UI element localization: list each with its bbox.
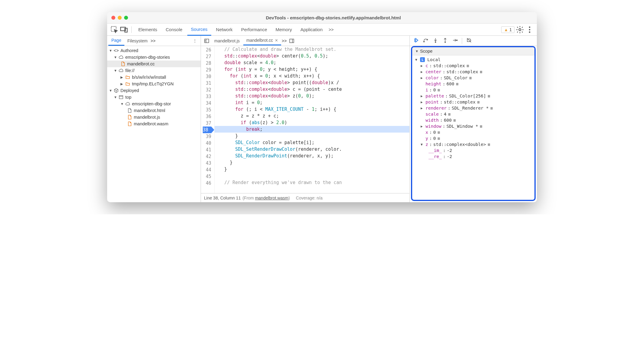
code-line[interactable]: if (abs(z) > 2.0) [215, 119, 409, 126]
code-line[interactable]: // Render everything we've drawn to the … [215, 179, 409, 186]
scope-var[interactable]: ▶c: std::complex▦ [412, 63, 534, 69]
code-line[interactable]: SDL_Color color = palette[i]; [215, 139, 409, 146]
line-number[interactable]: 27 [203, 53, 211, 60]
memory-icon[interactable]: ▦ [438, 88, 440, 92]
code-line[interactable]: std::complex<double> point((double)x / [215, 79, 409, 86]
tree-file[interactable]: mandelbrot.html [107, 107, 201, 114]
scope-var[interactable]: i: 0▦ [412, 87, 534, 93]
step-into-icon[interactable] [433, 38, 438, 44]
tab-elements[interactable]: Elements [135, 24, 161, 35]
tree-folder[interactable]: ▶tmp/tmp.ELcTq2YGN [107, 81, 201, 87]
scope-var[interactable]: ▶point: std::complex▦ [412, 99, 534, 105]
nav-kebab-icon[interactable]: ⋮ [190, 38, 199, 43]
scope-var[interactable]: scale: 4▦ [412, 111, 534, 117]
scope-var[interactable]: ▶window: SDL_Window *▦ [412, 123, 534, 129]
line-number[interactable]: 39 [203, 133, 211, 140]
code-line[interactable]: std::complex<double> z(0, 0); [215, 93, 409, 99]
line-gutter[interactable]: 2627282930313233343536373839404142434445… [201, 46, 215, 193]
step-out-icon[interactable] [442, 38, 448, 44]
memory-icon[interactable]: ▦ [469, 76, 472, 80]
tab-console[interactable]: Console [162, 24, 186, 35]
line-number[interactable]: 35 [203, 107, 211, 113]
code-line[interactable]: double scale = 4.0; [215, 59, 409, 66]
code-line[interactable] [215, 173, 409, 179]
line-number[interactable]: 37 [203, 120, 211, 127]
tree-file-scheme[interactable]: ▼file:// [107, 67, 201, 74]
scope-var[interactable]: ▶palette: SDL_Color[256]▦ [412, 93, 534, 99]
memory-icon[interactable]: ▦ [448, 112, 450, 116]
zoom-button[interactable] [124, 16, 128, 20]
tab-performance[interactable]: Performance [238, 24, 271, 35]
code-line[interactable]: SDL_RenderDrawPoint(renderer, x, y); [215, 153, 409, 159]
line-number[interactable]: 28 [203, 60, 211, 67]
nav-tab-filesystem[interactable]: Filesystem [124, 36, 151, 45]
line-number[interactable]: 38 [203, 127, 211, 133]
scope-var-z-im[interactable]: __im_: -2 [412, 147, 534, 153]
memory-icon[interactable]: ▦ [480, 70, 482, 74]
line-number[interactable]: 44 [203, 166, 211, 173]
device-icon[interactable] [120, 25, 128, 34]
line-number[interactable]: 33 [203, 93, 211, 100]
memory-icon[interactable]: ▦ [480, 124, 482, 128]
tab-application[interactable]: Application [297, 24, 326, 35]
inspect-icon[interactable] [110, 25, 119, 34]
tree-domain[interactable]: ▼emscripten-dbg-stories [107, 54, 201, 61]
tab-sources[interactable]: Sources [187, 24, 211, 36]
scope-var[interactable]: ▶color: SDL_Color▦ [412, 75, 534, 81]
code-line[interactable]: z = z * z + c; [215, 113, 409, 119]
line-number[interactable]: 46 [203, 180, 211, 186]
code-area[interactable]: // Calculate and draw the Mandelbrot set… [215, 46, 409, 193]
memory-icon[interactable]: ▦ [488, 94, 490, 98]
code-editor[interactable]: 2627282930313233343536373839404142434445… [201, 46, 409, 193]
warnings-badge[interactable]: ▲1 [501, 26, 514, 33]
line-number[interactable]: 32 [203, 87, 211, 93]
tab-network[interactable]: Network [212, 24, 236, 35]
nav-overflow[interactable]: >> [151, 38, 156, 43]
tab-memory[interactable]: Memory [272, 24, 296, 35]
scope-var-z[interactable]: ▼z: std::complex<double>▦ [412, 141, 534, 147]
line-number[interactable]: 31 [203, 80, 211, 87]
memory-icon[interactable]: ▦ [467, 64, 469, 68]
step-over-icon[interactable] [423, 38, 429, 44]
kebab-icon[interactable] [525, 25, 534, 34]
file-tabs-overflow[interactable]: >> [282, 38, 287, 43]
memory-icon[interactable]: ▦ [454, 118, 456, 122]
toggle-debugger-icon[interactable] [288, 38, 296, 44]
code-line[interactable]: } [215, 166, 409, 173]
settings-icon[interactable] [516, 25, 524, 34]
code-line[interactable]: // Calculate and draw the Mandelbrot set… [215, 46, 409, 53]
tree-file-mandelbrot-cc[interactable]: mandelbrot.cc [107, 61, 201, 67]
tree-deployed[interactable]: ▼Deployed [107, 87, 201, 94]
scope-var[interactable]: width: 600▦ [412, 117, 534, 123]
scope-var[interactable]: y: 0▦ [412, 135, 534, 141]
line-number[interactable]: 30 [203, 73, 211, 80]
scope-var[interactable]: ▶renderer: SDL_Renderer *▦ [412, 105, 534, 111]
minimize-button[interactable] [118, 16, 122, 20]
file-tab-mandelbrot-js[interactable]: mandelbrot.js [211, 37, 243, 45]
source-link[interactable]: mandelbrot.wasm [255, 196, 289, 200]
line-number[interactable]: 40 [203, 140, 211, 147]
close-button[interactable] [111, 16, 115, 20]
scope-var[interactable]: height: 600▦ [412, 81, 534, 87]
tree-file[interactable]: mandelbrot.wasm [107, 120, 201, 127]
code-line[interactable]: for (; i < MAX_ITER_COUNT - 1; i++) { [215, 106, 409, 113]
memory-icon[interactable]: ▦ [477, 100, 479, 104]
line-number[interactable]: 36 [203, 113, 211, 120]
deactivate-breakpoints-icon[interactable] [466, 38, 472, 44]
scope-var-z-re[interactable]: __re_: -2 [412, 153, 534, 160]
toggle-navigator-icon[interactable] [203, 38, 211, 44]
tree-top[interactable]: ▼top [107, 94, 201, 101]
code-line[interactable]: for (int y = 0; y < height; y++) { [215, 66, 409, 73]
code-line[interactable]: int i = 0; [215, 99, 409, 106]
scope-var[interactable]: x: 0▦ [412, 129, 534, 135]
code-line[interactable]: std::complex<double> c = (point - cente [215, 86, 409, 93]
memory-icon[interactable]: ▦ [488, 142, 490, 147]
memory-icon[interactable]: ▦ [438, 136, 440, 140]
resume-icon[interactable] [413, 38, 419, 44]
tabs-overflow[interactable]: >> [327, 27, 335, 32]
line-number[interactable]: 42 [203, 153, 211, 160]
line-number[interactable]: 43 [203, 160, 211, 166]
memory-icon[interactable]: ▦ [456, 82, 458, 86]
tree-domain[interactable]: ▼emscripten-dbg-stor [107, 101, 201, 107]
file-tab-mandelbrot-cc[interactable]: mandelbrot.cc✕ [243, 36, 281, 45]
